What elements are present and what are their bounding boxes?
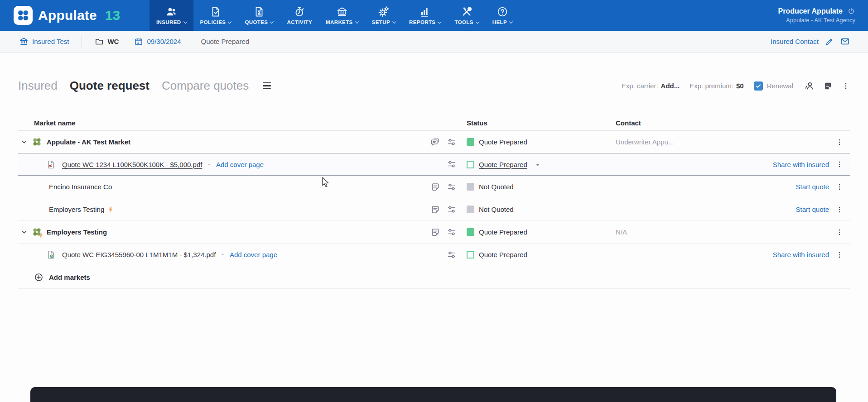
nav-item-setup[interactable]: SETUP (365, 0, 402, 31)
options-sliders-icon[interactable] (447, 182, 457, 192)
user-block[interactable]: Producer Appulate Appulate - AK Test Age… (778, 0, 868, 31)
add-cover-page-link[interactable]: Add cover page (216, 161, 264, 168)
bottom-dark-bar (30, 387, 836, 402)
share-with-insured-link[interactable]: Share with insured (773, 161, 829, 168)
quote-meta: Exp. carrier: Add... Exp. premium: $0 Re… (612, 81, 850, 91)
tools-icon (461, 6, 473, 18)
chevron-down-icon (270, 19, 274, 23)
tabs-menu-icon[interactable] (263, 82, 271, 89)
plus-circle-icon (34, 273, 43, 282)
insured-contact-link[interactable]: Insured Contact (771, 38, 819, 45)
status-label[interactable]: Quote Prepared (479, 161, 527, 168)
add-markets-row[interactable]: Add markets (18, 266, 850, 289)
edit-pencil-icon[interactable] (825, 37, 834, 46)
page-tabs-bar: Insured Quote request Compare quotes Exp… (18, 79, 850, 93)
options-sliders-icon[interactable] (447, 227, 457, 237)
collapse-chevron-icon[interactable] (18, 139, 28, 145)
status-square-green-filled (467, 228, 474, 236)
exp-premium-value[interactable]: $0 (736, 82, 744, 90)
separator-dot (208, 161, 210, 168)
nav-label: QUOTES (245, 19, 268, 25)
nav-label: TOOLS (454, 19, 473, 25)
status-square-green-outline[interactable] (467, 161, 474, 168)
row-kebab-menu-icon[interactable] (835, 160, 844, 168)
start-quote-link[interactable]: Start quote (796, 206, 829, 213)
markets-table: Market name Status Contact Appulate - AK… (18, 115, 850, 289)
add-cover-page-link[interactable]: Add cover page (230, 251, 277, 258)
chevron-down-icon (228, 19, 231, 23)
insured-link[interactable]: Insured Test (19, 37, 69, 46)
options-sliders-icon[interactable] (447, 159, 457, 169)
tab-insured[interactable]: Insured (18, 79, 58, 93)
contact-cell: N/A (612, 228, 747, 236)
brand-name: Appulate (38, 8, 97, 23)
tab-quote-request[interactable]: Quote request (70, 79, 149, 93)
notes-chat-icon[interactable] (430, 137, 440, 147)
status-dropdown-caret-icon[interactable] (536, 164, 540, 166)
notes-icon[interactable] (823, 81, 833, 91)
row-kebab-menu-icon[interactable] (835, 206, 844, 214)
nav-label: ACTIVITY (287, 19, 312, 25)
status-label: Quote Prepared (479, 228, 527, 236)
appulate-clover-logo-icon (14, 6, 33, 25)
quote-file-link[interactable]: Quote WC 1234 L100K500K100K - $5,000.pdf (62, 161, 202, 168)
pdf-green-file-icon: $ (46, 250, 56, 259)
agency-name: Appulate - AK Test Agency (786, 17, 855, 24)
nav-item-reports[interactable]: REPORTS (402, 0, 448, 31)
submission-status: Quote Prepared (201, 38, 250, 45)
kebab-menu-icon[interactable] (842, 82, 850, 90)
user-search-icon[interactable] (804, 81, 815, 91)
share-with-insured-link[interactable]: Share with insured (773, 251, 829, 258)
lob-label: WC (107, 38, 119, 45)
nav-item-help[interactable]: HELP (486, 0, 519, 31)
exp-premium: Exp. premium: $0 (690, 82, 743, 90)
calendar-icon (134, 37, 143, 46)
nav-item-markets[interactable]: MARKETS (319, 0, 365, 31)
status-label: Quote Prepared (479, 138, 527, 146)
tab-compare-quotes[interactable]: Compare quotes (162, 79, 249, 93)
market-group-name: Employers Testing (47, 228, 107, 236)
policies-icon (210, 6, 222, 18)
row-kebab-menu-icon[interactable] (835, 183, 844, 191)
chevron-down-icon (392, 19, 396, 23)
row-kebab-menu-icon[interactable] (835, 138, 844, 146)
market-group-name: Appulate - AK Test Market (47, 138, 130, 146)
email-envelope-icon[interactable] (840, 37, 850, 46)
nav-label: HELP (492, 19, 507, 25)
row-kebab-menu-icon[interactable] (835, 251, 844, 259)
note-icon[interactable] (430, 205, 440, 215)
collapse-chevron-icon[interactable] (18, 229, 28, 235)
start-quote-link[interactable]: Start quote (796, 183, 829, 191)
renewal-checkbox[interactable] (754, 81, 763, 91)
separator-dot (222, 251, 224, 258)
status-label: Quote Prepared (479, 251, 527, 258)
date-link[interactable]: 09/30/2024 (147, 38, 181, 45)
row-kebab-menu-icon[interactable] (835, 228, 844, 236)
quote-file-link[interactable]: Quote WC EIG3455960-00 L1M1M1M - $1,324.… (62, 251, 216, 258)
quotes-icon (253, 6, 265, 18)
logout-power-icon[interactable] (847, 7, 855, 15)
markets-icon (336, 6, 348, 18)
note-icon[interactable] (430, 182, 440, 192)
exp-carrier-add-link[interactable]: Add... (661, 82, 680, 90)
options-sliders-icon[interactable] (447, 205, 457, 215)
nav-item-tools[interactable]: TOOLS (448, 0, 485, 31)
insured-icon (165, 6, 177, 18)
status-square-green-outline[interactable] (467, 251, 474, 258)
nav-label: REPORTS (409, 19, 435, 25)
app-logo[interactable]: Appulate13 (0, 0, 149, 31)
nav-label: SETUP (372, 19, 390, 25)
nav-item-insured[interactable]: INSURED (149, 0, 193, 31)
options-sliders-icon[interactable] (447, 137, 457, 147)
insured-name-link[interactable]: Insured Test (32, 38, 69, 45)
note-icon[interactable] (430, 227, 440, 237)
nav-item-activity[interactable]: ACTIVITY (280, 0, 319, 31)
effective-date[interactable]: 09/30/2024 (134, 37, 181, 46)
nav-item-policies[interactable]: POLICIES (193, 0, 238, 31)
options-sliders-icon[interactable] (447, 250, 457, 260)
lob-selector[interactable]: WC (95, 37, 119, 46)
nav-item-quotes[interactable]: QUOTES (238, 0, 280, 31)
status-square-green-filled (467, 138, 474, 146)
top-navigation: Appulate13 INSUREDPOLICIESQUOTESACTIVITY… (0, 0, 868, 31)
help-icon (497, 6, 508, 18)
